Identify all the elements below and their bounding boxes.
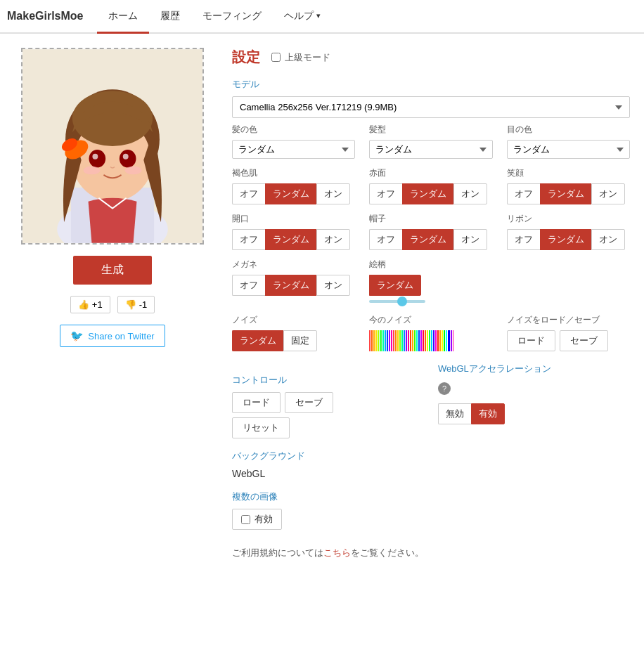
footer-after: をご覧ください。 [351, 547, 424, 558]
glasses-toggle-group: オフランダムオン [232, 275, 355, 296]
control-label: コントロール [232, 374, 424, 386]
open_mouth-on-btn[interactable]: オン [316, 229, 350, 250]
model-dropdown[interactable]: Camellia 256x256 Ver.171219 (9.9MB) [232, 96, 630, 118]
noise-item: ノイズ ランダム 固定 [232, 314, 355, 351]
nav-item-history[interactable]: 履歴 [149, 0, 191, 34]
noise-save-button[interactable]: セーブ [560, 330, 608, 351]
ribbon-on-btn[interactable]: オン [591, 229, 625, 250]
current-noise-label: 今のノイズ [369, 314, 492, 326]
glasses-random-btn[interactable]: ランダム [265, 275, 316, 296]
webgl-on-btn[interactable]: 有効 [471, 403, 505, 424]
webgl-label: WebGLアクセラレーション [438, 363, 551, 375]
glasses-on-btn[interactable]: オン [316, 275, 350, 296]
noise-label: ノイズ [232, 314, 355, 326]
glasses-item: メガネオフランダムオン [232, 259, 355, 303]
vote-row: 👍 +1 👎 -1 [70, 296, 155, 313]
control-load-button[interactable]: ロード [232, 392, 281, 413]
blush-toggle-group: オフランダムオン [369, 183, 492, 204]
noise-random-btn[interactable]: ランダム [232, 330, 283, 351]
control-load-save-row: ロード セーブ [232, 392, 424, 413]
control-reset-row: リセット [232, 417, 424, 438]
footer-before: ご利用規約については [232, 547, 323, 558]
pattern-random-btn[interactable]: ランダム [369, 275, 421, 296]
svg-point-12 [92, 154, 98, 160]
noise-load-button[interactable]: ロード [507, 330, 555, 351]
blush-off-btn[interactable]: オフ [369, 183, 402, 204]
hat-off-btn[interactable]: オフ [369, 229, 402, 250]
ribbon-item: リボンオフランダムオン [507, 213, 630, 250]
advanced-mode-label[interactable]: 上級モード [271, 51, 330, 64]
pattern-slider[interactable] [369, 300, 425, 303]
footer-link[interactable]: こちら [323, 547, 351, 558]
nav-item-home[interactable]: ホーム [97, 0, 149, 34]
smile-random-btn[interactable]: ランダム [540, 183, 591, 204]
tan-item: 褐色肌オフランダムオン [232, 167, 355, 204]
hair-color-dropdown[interactable]: ランダム [232, 140, 355, 159]
multi-image-section: 複数の画像 有効 [232, 490, 630, 530]
hat-random-btn[interactable]: ランダム [402, 229, 453, 250]
webgl-off-btn[interactable]: 無効 [438, 403, 471, 424]
settings-title: 設定 [232, 48, 260, 67]
pattern-toggle-group: ランダム [369, 275, 492, 296]
hat-item: 帽子オフランダムオン [369, 213, 492, 250]
smile-off-btn[interactable]: オフ [507, 183, 540, 204]
smile-on-btn[interactable]: オン [591, 183, 625, 204]
ribbon-off-btn[interactable]: オフ [507, 229, 540, 250]
enable-checkbox[interactable] [241, 515, 250, 524]
background-label: バックグラウンド [232, 450, 630, 462]
open_mouth-random-btn[interactable]: ランダム [265, 229, 316, 250]
help-icon[interactable]: ? [438, 382, 451, 395]
glasses-label: メガネ [232, 259, 355, 271]
hat-label: 帽子 [369, 213, 492, 225]
footer-text: ご利用規約についてはこちらをご覧ください。 [232, 547, 630, 559]
right-panel: 設定 上級モード モデル Camellia 256x256 Ver.171219… [232, 48, 630, 559]
open_mouth-toggle-group: オフランダムオン [232, 229, 355, 250]
noise-fixed-btn[interactable]: 固定 [283, 330, 317, 351]
settings-header: 設定 上級モード [232, 48, 630, 67]
advanced-mode-checkbox[interactable] [271, 53, 281, 62]
avatar-box [21, 48, 204, 245]
svg-point-10 [89, 150, 106, 168]
twitter-share-button[interactable]: 🐦 Share on Twitter [60, 325, 165, 347]
webgl-label-row: WebGLアクセラレーション [438, 363, 630, 375]
enable-label[interactable]: 有効 [232, 509, 282, 530]
dislike-label: -1 [139, 299, 148, 310]
open_mouth-off-btn[interactable]: オフ [232, 229, 265, 250]
toggle-row: 開口オフランダムオン帽子オフランダムオンリボンオフランダムオン [232, 213, 630, 250]
noise-section: ノイズ ランダム 固定 今のノイズ ノイズをロード／セーブ ロード セーブ [232, 314, 630, 351]
avatar-image [22, 49, 202, 243]
nav-item-help[interactable]: ヘルプ [273, 0, 332, 34]
eye-color-dropdown[interactable]: ランダム [507, 140, 630, 159]
hat-toggle-group: オフランダムオン [369, 229, 492, 250]
tan-label: 褐色肌 [232, 167, 355, 179]
webgl-toggle-group: 無効 有効 [438, 403, 630, 424]
blush-random-btn[interactable]: ランダム [402, 183, 453, 204]
noise-bar [369, 330, 453, 351]
noise-load-save-row: ロード セーブ [507, 330, 630, 351]
ribbon-random-btn[interactable]: ランダム [540, 229, 591, 250]
nav-item-morphing[interactable]: モーフィング [191, 0, 273, 34]
glasses-off-btn[interactable]: オフ [232, 275, 265, 296]
blush-item: 赤面オフランダムオン [369, 167, 492, 204]
attributes-grid: 髪の色 ランダム 髪型 ランダム 目の色 ランダム [232, 124, 630, 159]
hair-style-item: 髪型 ランダム [369, 124, 492, 159]
webgl-item: WebGLアクセラレーション ? 無効 有効 [438, 363, 630, 424]
svg-point-13 [123, 154, 129, 160]
smile-item: 笑顔オフランダムオン [507, 167, 630, 204]
generate-button[interactable]: 生成 [73, 256, 152, 285]
tan-off-btn[interactable]: オフ [232, 183, 265, 204]
thumbs-up-icon: 👍 [78, 299, 89, 310]
dislike-button[interactable]: 👎 -1 [117, 296, 155, 313]
noise-load-save-item: ノイズをロード／セーブ ロード セーブ [507, 314, 630, 351]
control-reset-button[interactable]: リセット [232, 417, 290, 438]
tan-on-btn[interactable]: オン [316, 183, 350, 204]
tan-random-btn[interactable]: ランダム [265, 183, 316, 204]
blush-on-btn[interactable]: オン [453, 183, 487, 204]
model-section: モデル Camellia 256x256 Ver.171219 (9.9MB) [232, 78, 630, 118]
like-button[interactable]: 👍 +1 [70, 296, 110, 313]
hat-on-btn[interactable]: オン [453, 229, 487, 250]
hair-style-dropdown[interactable]: ランダム [369, 140, 492, 159]
brand-logo: MakeGirlsMoe [7, 10, 83, 22]
control-save-button[interactable]: セーブ [285, 392, 333, 413]
blush-label: 赤面 [369, 167, 492, 179]
